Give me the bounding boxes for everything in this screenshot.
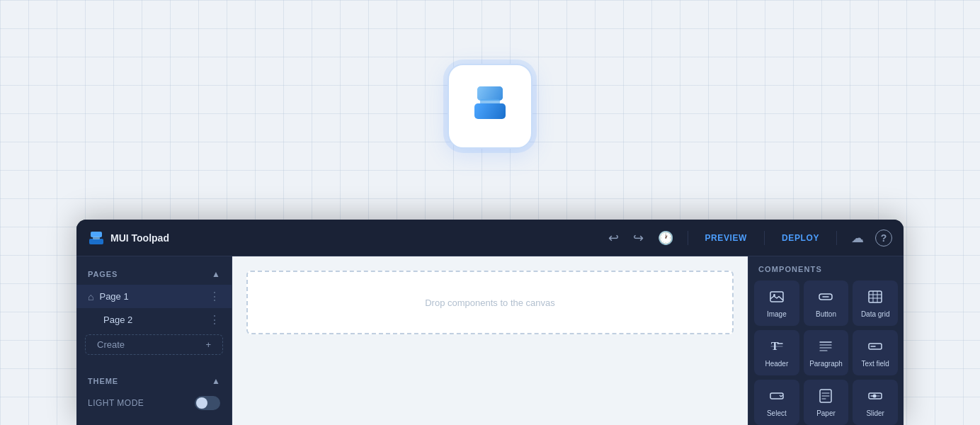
redo-button[interactable]: ↪ <box>630 227 646 249</box>
page2-label: Page 2 <box>88 314 209 325</box>
component-slider[interactable]: Slider <box>853 380 898 425</box>
light-mode-label: LIGHT MODE <box>88 398 144 408</box>
image-component-icon <box>769 289 785 307</box>
titlebar-actions: ↩ ↪ 🕐 PREVIEW DEPLOY ☁ ? <box>605 227 893 249</box>
create-label: Create <box>97 339 125 350</box>
app-window: MUI Toolpad ↩ ↪ 🕐 PREVIEW DEPLOY ☁ ? Pag… <box>76 220 904 425</box>
paragraph-component-icon <box>818 339 833 356</box>
right-panel: COMPONENTS Image Button <box>748 256 904 425</box>
undo-button[interactable]: ↩ <box>605 227 622 249</box>
slider-component-icon <box>867 388 883 406</box>
cloud-button[interactable]: ☁ <box>848 227 867 249</box>
select-label: Select <box>767 409 787 418</box>
preview-button[interactable]: PREVIEW <box>700 230 753 246</box>
button-component-icon <box>818 289 833 307</box>
pages-section-header: Pages ▲ <box>76 265 232 285</box>
paragraph-label: Paragraph <box>809 360 843 368</box>
pages-section-title: Pages <box>88 270 118 278</box>
svg-rect-4 <box>91 232 102 237</box>
component-image[interactable]: Image <box>754 280 799 326</box>
create-plus-icon: + <box>205 339 211 350</box>
header-label: Header <box>765 360 788 368</box>
text-field-component-icon <box>867 339 883 356</box>
pages-chevron-icon[interactable]: ▲ <box>212 269 220 279</box>
components-grid: Image Button Data grid <box>754 280 898 425</box>
component-data-grid[interactable]: Data grid <box>853 280 898 326</box>
theme-chevron-icon[interactable]: ▲ <box>212 376 220 386</box>
titlebar-divider-3 <box>836 231 837 245</box>
svg-rect-11 <box>869 291 882 302</box>
light-mode-toggle[interactable] <box>195 396 220 410</box>
svg-rect-5 <box>89 239 103 244</box>
image-label: Image <box>767 310 787 319</box>
slider-label: Slider <box>866 409 884 418</box>
light-mode-row: LIGHT MODE <box>76 392 232 414</box>
paper-label: Paper <box>816 409 836 418</box>
left-sidebar: Pages ▲ ⌂ Page 1 ⋮ Page 2 ⋮ Create + THE… <box>76 256 232 425</box>
history-button[interactable]: 🕐 <box>655 227 676 249</box>
component-select[interactable]: Select <box>754 380 799 425</box>
page1-more-icon[interactable]: ⋮ <box>209 290 220 303</box>
select-component-icon <box>769 388 785 406</box>
component-button[interactable]: Button <box>804 280 849 326</box>
create-page-button[interactable]: Create + <box>85 334 223 355</box>
titlebar-divider-2 <box>764 231 765 245</box>
titlebar: MUI Toolpad ↩ ↪ 🕐 PREVIEW DEPLOY ☁ ? <box>76 220 904 256</box>
components-title: COMPONENTS <box>754 265 898 280</box>
help-button[interactable]: ? <box>875 230 892 246</box>
sidebar-item-page2[interactable]: Page 2 ⋮ <box>76 308 232 332</box>
paper-component-icon <box>818 388 833 406</box>
logo-card <box>448 64 532 149</box>
button-label: Button <box>816 310 836 319</box>
theme-section: THEME ▲ LIGHT MODE <box>76 372 232 420</box>
canvas-area[interactable]: Drop components to the canvas <box>232 256 748 425</box>
titlebar-logo-icon <box>88 230 105 246</box>
component-text-field[interactable]: Text field <box>853 330 898 375</box>
svg-rect-6 <box>93 237 100 239</box>
svg-rect-1 <box>477 86 503 101</box>
deploy-button[interactable]: DEPLOY <box>776 230 825 246</box>
theme-section-header: THEME ▲ <box>76 372 232 392</box>
svg-rect-3 <box>474 103 506 119</box>
drop-hint: Drop components to the canvas <box>425 298 555 308</box>
data-grid-component-icon <box>867 289 883 307</box>
data-grid-label: Data grid <box>861 310 890 319</box>
home-icon: ⌂ <box>88 291 93 302</box>
main-content: Pages ▲ ⌂ Page 1 ⋮ Page 2 ⋮ Create + THE… <box>76 256 904 425</box>
text-field-label: Text field <box>861 360 889 368</box>
app-title: MUI Toolpad <box>110 232 169 244</box>
titlebar-divider <box>688 231 688 245</box>
component-paper[interactable]: Paper <box>804 380 849 425</box>
sidebar-item-page1[interactable]: ⌂ Page 1 ⋮ <box>76 285 232 308</box>
page2-more-icon[interactable]: ⋮ <box>209 313 220 327</box>
header-component-icon: T <box>769 339 785 356</box>
toggle-knob <box>196 397 207 409</box>
page1-label: Page 1 <box>99 291 209 302</box>
component-paragraph[interactable]: Paragraph <box>804 330 849 375</box>
app-logo-icon <box>465 81 515 132</box>
drop-canvas[interactable]: Drop components to the canvas <box>246 271 734 334</box>
theme-section-title: THEME <box>88 377 118 385</box>
component-header[interactable]: T Header <box>754 330 799 375</box>
